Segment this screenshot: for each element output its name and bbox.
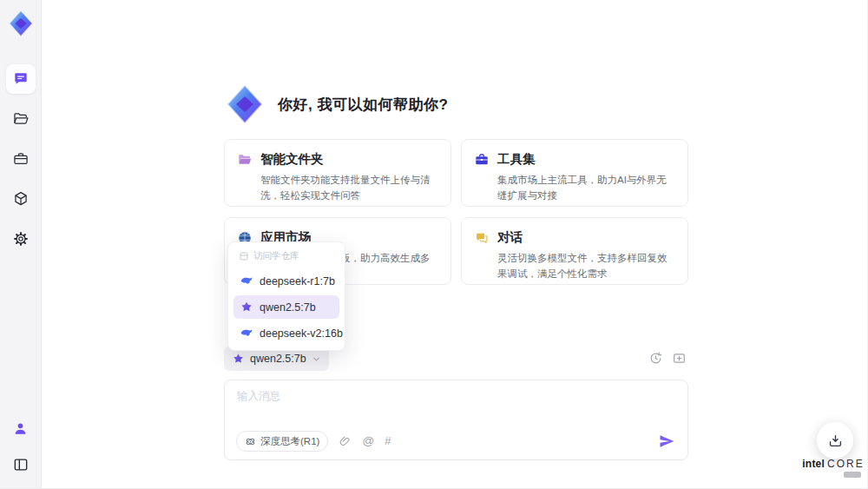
main-content: 你好, 我可以如何帮助你? 智能文件夹 智能文件夹功能支持批量文件上传与清洗，轻… [224,0,688,488]
gear-icon [12,230,30,248]
composer-toolbar: 深度思考(R1) @ # [236,431,676,452]
user-icon [12,420,29,437]
model-option-qwen[interactable]: qwen2.5:7b [233,295,339,319]
sidebar-item-panel-toggle[interactable] [6,450,36,479]
sidebar-item-chat[interactable] [6,64,36,94]
sidebar-bottom [6,413,36,479]
model-option-deepseek-v2[interactable]: deepseek-v2:16b [233,321,339,345]
qwen-icon [232,353,245,366]
card-title: 对话 [497,229,523,246]
model-option-label: qwen2.5:7b [260,301,316,314]
card-desc: 智能文件夹功能支持批量文件上传与清洗，轻松实现文件问答 [260,173,438,204]
sidebar-item-settings[interactable] [6,224,36,254]
new-window-icon[interactable] [672,351,687,366]
sidebar-item-apps[interactable] [6,184,36,214]
card-desc: 集成市场上主流工具，助力AI与外界无缝扩展与对接 [497,173,675,204]
sidebar-nav [6,64,36,254]
chat-icon [12,70,30,88]
app-window: 你好, 我可以如何帮助你? 智能文件夹 智能文件夹功能支持批量文件上传与清洗，轻… [0,0,868,489]
qwen-icon [240,301,253,314]
panel-icon [12,456,30,473]
repository-icon [239,251,249,261]
card-title: 工具集 [497,151,536,168]
smart-folder-icon [237,152,253,168]
card-toolset[interactable]: 工具集 集成市场上主流工具，助力AI与外界无缝扩展与对接 [461,139,688,207]
card-title: 智能文件夹 [260,151,324,168]
message-input[interactable] [225,380,687,419]
app-logo-icon[interactable] [4,7,37,40]
mention-icon[interactable]: @ [362,435,374,447]
sidebar [0,0,42,488]
card-desc: 灵活切换多模型文件，支持多样回复效果调试，满足个性化需求 [497,251,675,282]
history-icon[interactable] [648,351,663,366]
chevron-down-icon [312,354,321,364]
download-button[interactable] [817,422,853,459]
assistant-logo-icon [224,83,266,125]
chat-tools [648,351,687,366]
intel-ultra-tag [844,472,861,478]
model-dropdown-header-label: 访问学仓库 [253,250,299,262]
deep-think-toggle[interactable]: 深度思考(R1) [236,431,328,452]
dialogue-icon [474,230,490,246]
model-option-label: deepseek-r1:7b [260,275,335,287]
toolset-icon [474,152,490,168]
briefcase-icon [12,150,30,168]
intel-core-badge: intelCORE [800,458,866,478]
sidebar-item-folders[interactable] [6,104,36,134]
download-icon [827,433,844,449]
deepseek-icon [240,274,253,288]
deepseek-icon [240,327,253,340]
deep-think-label: 深度思考(R1) [260,435,319,448]
model-selector-value: qwen2.5:7b [250,353,306,365]
model-option-deepseek-r1[interactable]: deepseek-r1:7b [233,269,339,293]
cube-icon [12,190,30,208]
intel-logo-text: intel [802,458,825,470]
core-logo-text: CORE [827,458,865,470]
atom-icon [245,436,256,447]
model-dropdown-header: 访问学仓库 [233,248,339,267]
card-dialogue[interactable]: 对话 灵活切换多模型文件，支持多样回复效果调试，满足个性化需求 [461,217,688,285]
attachment-icon[interactable] [339,435,352,448]
message-composer: 深度思考(R1) @ # [224,380,688,460]
folder-icon [12,110,30,128]
greeting-row: 你好, 我可以如何帮助你? [224,83,448,125]
sidebar-item-toolbox[interactable] [6,144,36,174]
model-dropdown: 访问学仓库 deepseek-r1:7b qwen2.5:7b [227,241,345,351]
greeting-text: 你好, 我可以如何帮助你? [278,95,448,115]
hashtag-icon[interactable]: # [385,435,391,447]
send-icon[interactable] [657,432,676,451]
card-smart-folder[interactable]: 智能文件夹 智能文件夹功能支持批量文件上传与清洗，轻松实现文件问答 [224,139,451,207]
model-option-label: deepseek-v2:16b [260,327,343,340]
sidebar-item-account[interactable] [6,413,36,443]
